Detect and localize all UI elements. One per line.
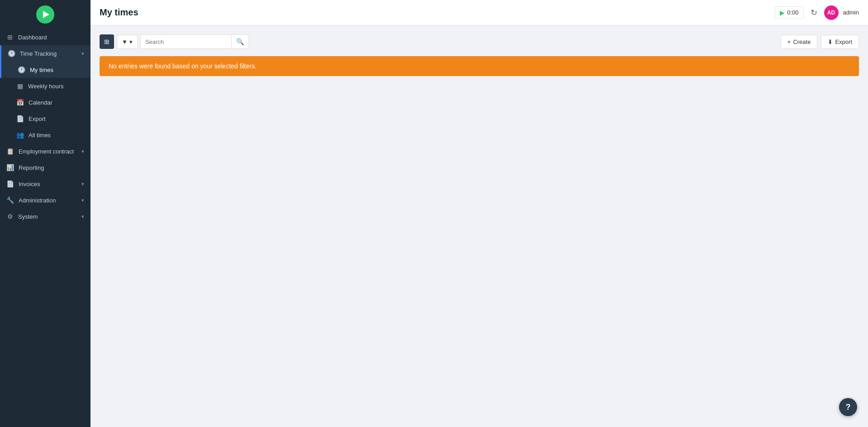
timer-value: 0:00 [787,9,798,16]
search-input[interactable] [141,35,231,48]
chevron-down-icon: ▾ [81,181,84,187]
clock-sub-icon: 🕐 [18,66,25,73]
download-icon: ⬇ [828,38,833,45]
sidebar-item-label: My times [30,67,53,73]
alert-banner: No entries were found based on your sele… [100,56,859,76]
sidebar-item-administration[interactable]: 🔧 Administration ▾ [0,192,91,208]
sidebar-item-label: All times [29,132,51,139]
toolbar-right: + Create ⬇ Export [781,35,859,49]
sidebar-item-dashboard[interactable]: ⊞ Dashboard [0,29,91,45]
sidebar-item-time-tracking[interactable]: 🕐 Time Tracking ▾ [0,45,91,62]
filter-chevron: ▾ [129,38,133,45]
sidebar-item-export-sub[interactable]: 📄 Export [0,110,91,127]
chevron-down-icon: ▾ [81,149,84,154]
all-times-icon: 👥 [16,131,24,139]
sidebar: ⊞ Dashboard 🕐 Time Tracking ▾ 🕐 My times… [0,0,91,427]
system-icon: ⚙ [6,213,14,220]
sidebar-item-invoices[interactable]: 📄 Invoices ▾ [0,176,91,192]
create-button[interactable]: + Create [781,35,818,49]
toolbar: ⊞ ▼ ▾ 🔍 + Create ⬇ Export [100,34,859,49]
sidebar-item-label: Export [29,115,46,122]
grid-icon: ▦ [16,82,24,90]
contract-icon: 📋 [6,148,14,155]
sidebar-item-employment-contract[interactable]: 📋 Employment contract ▾ [0,143,91,159]
chevron-down-icon: ▾ [81,214,84,220]
sidebar-item-label: Weekly hours [28,83,64,90]
refresh-button[interactable]: ↻ [808,5,820,20]
calendar-icon: 📅 [16,99,24,106]
filter-icon: ▼ [122,38,128,45]
table-view-icon: ⊞ [104,38,110,45]
clock-icon: 🕐 [8,50,15,57]
sidebar-item-system[interactable]: ⚙ System ▾ [0,208,91,225]
export-sub-icon: 📄 [16,115,24,122]
timer-play-icon: ▶ [780,9,785,16]
topbar-right: ▶ 0:00 ↻ AD admin [775,5,859,20]
sidebar-item-all-times[interactable]: 👥 All times [0,127,91,143]
user-avatar[interactable]: AD [824,5,839,20]
sidebar-item-weekly-hours[interactable]: ▦ Weekly hours [0,78,91,94]
topbar: My times ▶ 0:00 ↻ AD admin [91,0,868,25]
chevron-down-icon: ▾ [81,197,84,203]
sidebar-item-label: Invoices [19,181,40,187]
help-button[interactable]: ? [839,398,857,416]
sidebar-item-label: Time Tracking [20,50,57,57]
play-icon [43,11,49,18]
invoices-icon: 📄 [6,180,14,187]
app-logo [36,5,54,24]
export-label: Export [835,38,852,45]
sidebar-item-calendar[interactable]: 📅 Calendar [0,94,91,110]
search-button[interactable]: 🔍 [231,35,248,48]
dashboard-icon: ⊞ [6,34,14,41]
sidebar-item-label: System [18,213,38,220]
content-area: ⊞ ▼ ▾ 🔍 + Create ⬇ Export [91,25,868,427]
sidebar-item-label: Administration [19,197,56,204]
toolbar-left: ⊞ ▼ ▾ 🔍 [100,34,249,49]
filter-button[interactable]: ▼ ▾ [117,35,138,49]
reporting-icon: 📊 [6,164,14,171]
sidebar-item-label: Employment contract [19,148,74,155]
sidebar-item-label: Reporting [19,164,44,171]
page-title: My times [100,7,770,18]
username-label: admin [843,9,859,16]
alert-message: No entries were found based on your sele… [109,62,257,70]
timer-badge[interactable]: ▶ 0:00 [775,6,803,19]
sidebar-item-label: Dashboard [18,34,47,41]
search-box: 🔍 [140,34,249,49]
table-view-button[interactable]: ⊞ [100,34,114,49]
main-area: My times ▶ 0:00 ↻ AD admin ⊞ ▼ ▾ [91,0,868,427]
export-button[interactable]: ⬇ Export [821,35,859,49]
sidebar-item-label: Calendar [29,99,52,106]
plus-icon: + [787,38,791,45]
chevron-down-icon: ▾ [81,51,84,57]
administration-icon: 🔧 [6,197,14,204]
create-label: Create [793,38,811,45]
sidebar-item-my-times[interactable]: 🕐 My times [0,62,91,78]
sidebar-item-reporting[interactable]: 📊 Reporting [0,159,91,176]
sidebar-logo [0,0,91,29]
